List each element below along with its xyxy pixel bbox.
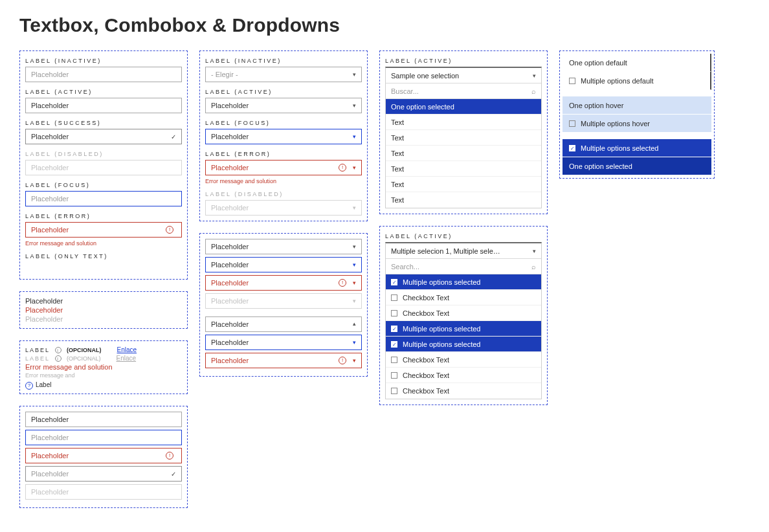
block-textbox-error[interactable]: Placeholder !: [25, 448, 182, 463]
checkbox-icon: [391, 357, 397, 363]
error-icon: !: [166, 452, 173, 460]
plain-text-lines-tile: Placeholder Placeholder Placeholder: [19, 291, 188, 329]
chevron-down-icon: ▾: [353, 357, 356, 364]
chevron-down-icon: ▾: [353, 164, 356, 171]
checkbox-checked-icon: ✓: [391, 279, 397, 285]
checkbox-icon: [391, 294, 397, 301]
combo-focus[interactable]: Placeholder ▾: [205, 129, 362, 144]
textbox-states-tile: LABEL (INACTIVE) Placeholder LABEL (ACTI…: [19, 50, 188, 280]
chevron-down-icon: ▾: [353, 243, 356, 250]
columns: LABEL (INACTIVE) Placeholder LABEL (ACTI…: [19, 50, 750, 508]
textbox-active[interactable]: Placeholder: [25, 98, 182, 113]
chevron-down-icon: ▾: [353, 261, 356, 268]
block-combo-error-2[interactable]: Placeholder ! ▾: [205, 353, 362, 368]
dropdown-single-trigger[interactable]: Sample one selection ▾: [386, 68, 541, 83]
checkbox-icon: [391, 372, 397, 379]
dropdown-multi-tile: LABEL (ACTIVE) Multiple selecion 1, Mult…: [379, 226, 548, 405]
label-inactive: LABEL (INACTIVE): [25, 58, 182, 64]
textbox-focus[interactable]: Placeholder: [25, 191, 182, 206]
error-icon: !: [166, 226, 173, 234]
dropdown-single-option[interactable]: Text: [386, 130, 541, 146]
combo-inactive[interactable]: - Elegir - ▾: [205, 67, 362, 82]
combo-error[interactable]: Placeholder ! ▾: [205, 160, 362, 175]
block-textbox-focus[interactable]: Placeholder: [25, 430, 182, 445]
checkbox-checked-icon: ✓: [391, 326, 397, 332]
label-active: LABEL (ACTIVE): [25, 89, 182, 95]
dropdown-multi-search[interactable]: Search... ⌕: [386, 259, 541, 274]
dropdown-multi-option[interactable]: Checkbox Text: [386, 305, 541, 321]
block-textbox-disabled: Placeholder: [25, 484, 182, 500]
chevron-down-icon: ▾: [533, 248, 536, 254]
option-hover[interactable]: One option hover: [563, 96, 711, 115]
dropdown-single-option[interactable]: Text: [386, 161, 541, 177]
block-textbox-success[interactable]: Placeholder ✓: [25, 466, 182, 482]
chevron-down-icon: ▾: [353, 71, 356, 78]
help-icon[interactable]: ?: [25, 382, 33, 390]
combo-label-error: LABEL (ERROR): [205, 151, 362, 157]
option-hover-multi[interactable]: Multiple options hover: [563, 115, 711, 133]
textbox-success[interactable]: Placeholder ✓: [25, 129, 182, 144]
chevron-down-icon: ▾: [353, 280, 356, 286]
block-textbox-default[interactable]: Placeholder: [25, 412, 182, 427]
combo-active[interactable]: Placeholder ▾: [205, 98, 362, 113]
dropdown-multi-option[interactable]: Checkbox Text: [386, 352, 541, 368]
dropdown-single-search[interactable]: Buscar... ⌕: [386, 83, 541, 99]
block-combo-default[interactable]: Placeholder ▾: [205, 239, 362, 254]
label-with-optional-and-link: LABEL i (OPCIONAL) Enlace: [25, 346, 182, 353]
checkbox-icon: [391, 388, 397, 394]
combo-label-active: LABEL (ACTIVE): [205, 89, 362, 95]
checkbox-icon: [569, 78, 575, 84]
dropdown-single[interactable]: Sample one selection ▾ Buscar... ⌕ One o…: [385, 67, 542, 208]
textbox-block-tile: Placeholder Placeholder Placeholder ! Pl…: [19, 406, 188, 508]
label-focus: LABEL (FOCUS): [25, 182, 182, 188]
search-icon: ⌕: [531, 263, 536, 271]
column-option-states: One option default Multiple options defa…: [559, 50, 715, 179]
block-combo-expanded[interactable]: Placeholder ▴: [205, 316, 362, 332]
text-line-disabled: Placeholder: [25, 315, 182, 323]
dropdown-multi-option[interactable]: ✓Multiple options selected: [386, 321, 541, 337]
chevron-down-icon: ▾: [353, 133, 356, 140]
chevron-down-icon: ▾: [353, 339, 356, 346]
chevron-up-icon: ▴: [353, 320, 356, 327]
dropdown-multi-option[interactable]: Checkbox Text: [386, 368, 541, 383]
combo-label-disabled: LABEL (DISABLED): [205, 191, 362, 197]
check-icon: ✓: [171, 471, 176, 478]
dropdown-multi[interactable]: Multiple selecion 1, Multiple selecion 2…: [385, 242, 542, 399]
checkbox-icon: [391, 310, 397, 316]
label-onlytext: LABEL (ONLY TEXT): [25, 253, 182, 260]
textbox-error[interactable]: Placeholder !: [25, 222, 182, 238]
dropdown-single-option[interactable]: Text: [386, 146, 541, 161]
dropdown-single-option[interactable]: Text: [386, 192, 541, 208]
option-selected-single[interactable]: One option selected: [563, 157, 711, 175]
option-default[interactable]: One option default: [563, 54, 711, 72]
label-success: LABEL (SUCCESS): [25, 120, 182, 126]
dropdown-multi-option[interactable]: ✓Multiple options selected: [386, 274, 541, 290]
block-combo-error[interactable]: Placeholder ! ▾: [205, 275, 362, 291]
label-disabled: LABEL (DISABLED): [25, 151, 182, 157]
dropdown-single-option[interactable]: Text: [386, 115, 541, 130]
label-with-optional-and-link-disabled: LABEL i (OPCIONAL) Enlace: [25, 355, 182, 362]
option-states-tile: One option default Multiple options defa…: [559, 50, 715, 179]
combo-disabled: Placeholder ▾: [205, 200, 362, 216]
block-combo-focus-2[interactable]: Placeholder ▾: [205, 335, 362, 350]
combo-label-inactive: LABEL (INACTIVE): [205, 58, 362, 64]
dropdown-multi-option[interactable]: Checkbox Text: [386, 383, 541, 399]
block-combo-focus[interactable]: Placeholder ▾: [205, 257, 362, 272]
dropdown-single-tile: LABEL (ACTIVE) Sample one selection ▾ Bu…: [379, 50, 548, 214]
option-selected-multi[interactable]: ✓ Multiple options selected: [563, 139, 711, 157]
dropdown-multi-option[interactable]: Checkbox Text: [386, 290, 541, 305]
dropdown-multi-option[interactable]: ✓Multiple options selected: [386, 337, 541, 352]
textbox-disabled: Placeholder: [25, 160, 182, 175]
error-icon: !: [339, 164, 346, 172]
error-under-label-disabled: Error message and: [25, 372, 182, 379]
chevron-down-icon: ▾: [353, 102, 356, 109]
dropdown-single-option[interactable]: Text: [386, 177, 541, 192]
label-meta-tile: LABEL i (OPCIONAL) Enlace LABEL i (OPCIO…: [19, 340, 188, 394]
checkbox-icon: [569, 120, 575, 127]
dropdown-multi-trigger[interactable]: Multiple selecion 1, Multiple selecion 2…: [386, 243, 541, 259]
label-link[interactable]: Enlace: [117, 346, 137, 353]
chevron-down-icon: ▾: [353, 205, 356, 211]
option-default-multi[interactable]: Multiple options default: [563, 72, 711, 90]
dropdown-single-option-selected[interactable]: One option selected: [386, 99, 541, 115]
textbox-inactive[interactable]: Placeholder: [25, 67, 182, 82]
